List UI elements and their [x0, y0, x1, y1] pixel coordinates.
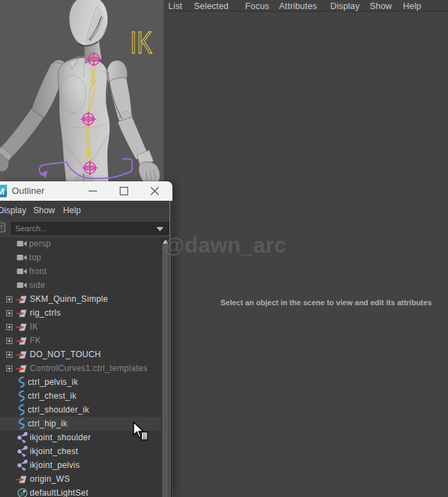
- svg-text:M: M: [0, 186, 4, 197]
- svg-text:IK: IK: [130, 26, 152, 60]
